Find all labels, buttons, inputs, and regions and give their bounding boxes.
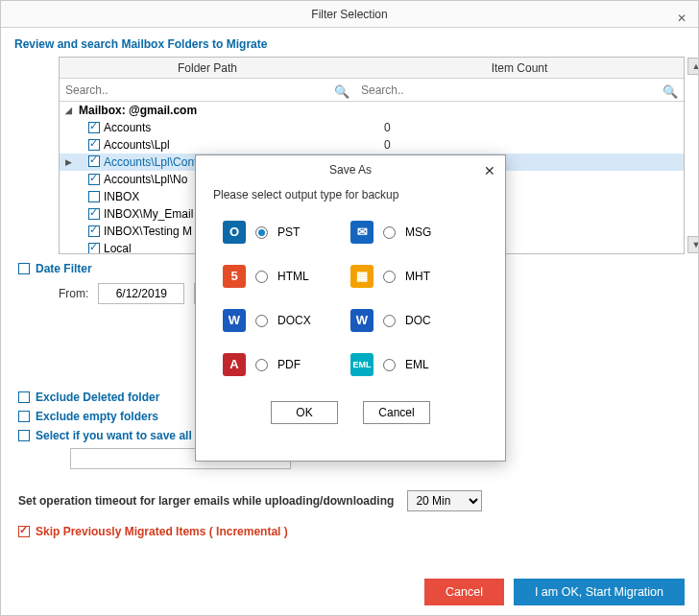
radio-pst[interactable] [255,226,268,239]
search-count-input[interactable] [355,82,684,99]
timeout-row: Set operation timeout for larger emails … [18,490,681,511]
format-html[interactable]: 5HTML [223,265,350,288]
word-icon: W [223,309,246,332]
expand-icon[interactable]: ▶ [65,157,75,167]
save-all-label: Select if you want to save all dat [36,429,212,442]
save-as-dialog: Save As ✕ Please select output type for … [195,154,506,462]
mailbox-root-row[interactable]: ◢Mailbox: @gmail.com [60,102,684,119]
radio-docx[interactable] [255,315,268,327]
close-icon[interactable]: ✕ [484,163,495,178]
start-migration-button[interactable]: I am OK, Start Migration [514,579,685,605]
row-label: Accounts\Lpl [104,138,170,152]
timeout-label: Set operation timeout for larger emails … [18,494,394,508]
close-icon[interactable]: ✕ [673,5,690,22]
row-label: Accounts [104,121,151,134]
scroll-up-button[interactable]: ▲ [687,58,699,75]
search-folder-input[interactable] [60,82,355,99]
word-icon: W [350,309,374,332]
cancel-button[interactable]: Cancel [363,401,430,424]
format-mht[interactable]: ▦MHT [350,265,478,288]
radio-pdf[interactable] [255,359,268,371]
row-checkbox[interactable] [88,191,100,202]
skip-label: Skip Previously Migrated Items ( Increme… [36,525,288,538]
date-filter-label: Date Filter [36,262,92,275]
from-label: From: [59,287,88,300]
outlook-icon: O [223,221,246,244]
format-doc[interactable]: WDOC [350,309,478,332]
search-icon[interactable]: 🔍 [334,84,350,99]
grid-header: Folder Path Item Count [60,58,684,79]
window-title: Filter Selection [1,1,698,28]
from-date-input[interactable] [98,283,184,304]
row-checkbox[interactable] [88,225,100,237]
table-row[interactable]: Accounts 0 [60,119,684,136]
row-label: Accounts\Lpl\No [104,173,187,186]
radio-msg[interactable] [383,226,396,239]
section-header: Review and search Mailbox Folders to Mig… [1,28,698,57]
col-folder-path: Folder Path [60,61,355,75]
row-label: Local [104,242,132,253]
eml-icon: EML [350,353,374,376]
dialog-title: Save As ✕ [196,155,505,184]
row-checkbox[interactable] [88,208,100,220]
radio-mht[interactable] [383,271,396,283]
format-pst[interactable]: OPST [223,221,350,244]
timeout-select[interactable]: 20 Min [407,490,482,511]
row-count: 0 [384,121,684,134]
mailbox-label: Mailbox: @gmail.com [79,104,197,117]
row-label: INBOX\Testing M [104,225,192,238]
exclude-deleted-checkbox[interactable] [18,391,30,403]
cancel-button[interactable]: Cancel [424,579,504,605]
exclude-empty-label: Exclude empty folders [36,410,158,423]
skip-checkbox[interactable] [18,526,30,537]
ok-button[interactable]: OK [271,401,338,424]
radio-eml[interactable] [383,359,396,371]
col-item-count: Item Count [355,61,684,75]
dialog-subtitle: Please select output type for backup [196,184,505,211]
pdf-icon: A [223,353,246,376]
save-all-checkbox[interactable] [18,430,30,441]
table-row[interactable]: Accounts\Lpl 0 [60,136,684,154]
row-checkbox[interactable] [88,155,100,167]
html5-icon: 5 [223,265,246,288]
row-checkbox[interactable] [88,122,100,133]
radio-html[interactable] [255,271,268,283]
row-label: INBOX\My_Email [104,207,193,221]
titlebar: Filter Selection ✕ [1,1,698,28]
date-filter-checkbox[interactable] [18,263,30,274]
row-label: INBOX [104,190,139,203]
dialog-footer: OK Cancel [196,401,505,424]
format-msg[interactable]: ✉MSG [350,221,478,244]
skip-migrated-option[interactable]: Skip Previously Migrated Items ( Increme… [18,525,681,538]
row-checkbox[interactable] [88,243,100,253]
row-count: 0 [384,138,684,152]
scroll-down-button[interactable]: ▼ [687,236,699,253]
format-eml[interactable]: EMLEML [350,353,478,376]
mht-icon: ▦ [350,265,374,288]
format-pdf[interactable]: APDF [223,353,350,376]
grid-search-row: 🔍 🔍 [60,79,684,102]
exclude-empty-checkbox[interactable] [18,411,30,422]
row-checkbox[interactable] [88,139,100,151]
search-icon[interactable]: 🔍 [663,84,678,99]
exclude-deleted-label: Exclude Deleted folder [36,391,159,404]
radio-doc[interactable] [383,315,396,327]
footer: Cancel I am OK, Start Migration [424,579,685,605]
format-docx[interactable]: WDOCX [223,309,350,332]
collapse-icon[interactable]: ◢ [65,106,75,115]
format-grid: OPST ✉MSG 5HTML ▦MHT WDOCX WDOC APDF EML… [196,211,505,376]
row-checkbox[interactable] [88,174,100,185]
envelope-icon: ✉ [350,221,374,244]
